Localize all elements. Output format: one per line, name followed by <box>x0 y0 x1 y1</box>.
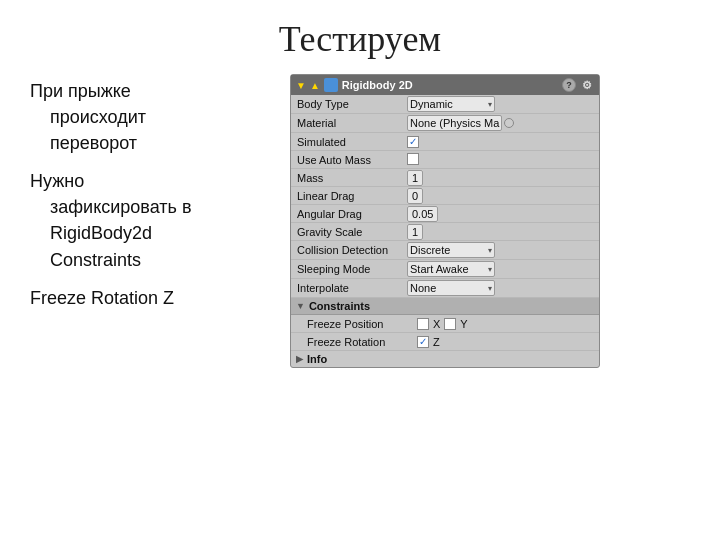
field-interpolate: Interpolate None ▾ <box>291 279 599 298</box>
value-mass[interactable]: 1 <box>407 172 593 184</box>
checkbox-freeze-position-x[interactable] <box>417 318 429 330</box>
chevron-down-icon-2: ▾ <box>488 246 492 255</box>
label-simulated: Simulated <box>297 136 407 148</box>
label-angular-drag: Angular Drag <box>297 208 407 220</box>
value-material: None (Physics Ma <box>407 115 593 131</box>
chevron-down-icon: ▾ <box>488 100 492 109</box>
value-simulated[interactable]: ✓ <box>407 135 593 148</box>
select-interpolate[interactable]: None ▾ <box>407 280 495 296</box>
field-collision-detection: Collision Detection Discrete ▾ <box>291 241 599 260</box>
header-icons: ? ⚙ <box>562 78 594 92</box>
field-angular-drag: Angular Drag 0.05 <box>291 205 599 223</box>
value-gravity-scale[interactable]: 1 <box>407 226 593 238</box>
component-header: ▼ ▲ Rigidbody 2D ? ⚙ <box>291 75 599 95</box>
label-body-type: Body Type <box>297 98 407 110</box>
field-linear-drag: Linear Drag 0 <box>291 187 599 205</box>
freeze-position-checks: X Y <box>417 318 468 330</box>
constraints-arrow-icon: ▼ <box>296 301 305 311</box>
info-arrow-icon: ▶ <box>296 354 303 364</box>
label-z: Z <box>433 336 440 348</box>
chevron-down-icon-4: ▾ <box>488 284 492 293</box>
left-panel: При прыжке происходит переворот Нужно за… <box>30 74 270 323</box>
info-label: Info <box>307 353 327 365</box>
label-material: Material <box>297 117 407 129</box>
input-angular-drag[interactable]: 0.05 <box>407 206 438 222</box>
input-linear-drag[interactable]: 0 <box>407 188 423 204</box>
value-linear-drag[interactable]: 0 <box>407 190 593 202</box>
select-material[interactable]: None (Physics Ma <box>407 115 502 131</box>
value-sleeping-mode[interactable]: Start Awake ▾ <box>407 261 593 277</box>
checkbox-use-auto-mass[interactable] <box>407 153 419 165</box>
select-sleeping-mode[interactable]: Start Awake ▾ <box>407 261 495 277</box>
field-use-auto-mass: Use Auto Mass <box>291 151 599 169</box>
label-freeze-rotation: Freeze Rotation <box>307 336 417 348</box>
value-body-type[interactable]: Dynamic ▾ <box>407 96 593 112</box>
info-section-header[interactable]: ▶ Info <box>291 351 599 367</box>
field-mass: Mass 1 <box>291 169 599 187</box>
value-interpolate[interactable]: None ▾ <box>407 280 593 296</box>
field-sleeping-mode: Sleeping Mode Start Awake ▾ <box>291 260 599 279</box>
label-linear-drag: Linear Drag <box>297 190 407 202</box>
label-mass: Mass <box>297 172 407 184</box>
field-freeze-position: Freeze Position X Y <box>291 315 599 333</box>
main-content: При прыжке происходит переворот Нужно за… <box>0 74 720 368</box>
rigidbody-icon <box>324 78 338 92</box>
rigidbody-panel: ▼ ▲ Rigidbody 2D ? ⚙ Body Type Dynamic ▾… <box>290 74 600 368</box>
help-icon[interactable]: ? <box>562 78 576 92</box>
input-gravity-scale[interactable]: 1 <box>407 224 423 240</box>
constraints-section-header[interactable]: ▼ Constraints <box>291 298 599 315</box>
label-freeze-position: Freeze Position <box>307 318 417 330</box>
component-title: Rigidbody 2D <box>342 79 558 91</box>
label-collision-detection: Collision Detection <box>297 244 407 256</box>
freeze-rotation-checks: ✓ Z <box>417 336 440 348</box>
point-2: Нужно зафиксировать в RigidBody2d Constr… <box>30 168 270 272</box>
field-simulated: Simulated ✓ <box>291 133 599 151</box>
field-body-type: Body Type Dynamic ▾ <box>291 95 599 114</box>
label-interpolate: Interpolate <box>297 282 407 294</box>
value-collision-detection[interactable]: Discrete ▾ <box>407 242 593 258</box>
label-y: Y <box>460 318 467 330</box>
value-angular-drag[interactable]: 0.05 <box>407 208 593 220</box>
label-use-auto-mass: Use Auto Mass <box>297 154 407 166</box>
checkbox-freeze-rotation-z[interactable]: ✓ <box>417 336 429 348</box>
page-title: Тестируем <box>0 0 720 74</box>
field-material: Material None (Physics Ma <box>291 114 599 133</box>
label-gravity-scale: Gravity Scale <box>297 226 407 238</box>
field-gravity-scale: Gravity Scale 1 <box>291 223 599 241</box>
point-3: Freeze Rotation Z <box>30 285 270 311</box>
plus-icon: ▲ <box>310 80 320 91</box>
select-body-type[interactable]: Dynamic ▾ <box>407 96 495 112</box>
label-sleeping-mode: Sleeping Mode <box>297 263 407 275</box>
point-1: При прыжке происходит переворот <box>30 78 270 156</box>
material-circle-icon <box>504 118 514 128</box>
constraints-label: Constraints <box>309 300 370 312</box>
select-collision-detection[interactable]: Discrete ▾ <box>407 242 495 258</box>
checkbox-freeze-position-y[interactable] <box>444 318 456 330</box>
settings-icon[interactable]: ⚙ <box>580 78 594 92</box>
value-use-auto-mass[interactable] <box>407 153 593 167</box>
input-mass[interactable]: 1 <box>407 170 423 186</box>
field-freeze-rotation: Freeze Rotation ✓ Z <box>291 333 599 351</box>
collapse-arrow[interactable]: ▼ <box>296 80 306 91</box>
checkbox-simulated[interactable]: ✓ <box>407 136 419 148</box>
label-x: X <box>433 318 440 330</box>
chevron-down-icon-3: ▾ <box>488 265 492 274</box>
